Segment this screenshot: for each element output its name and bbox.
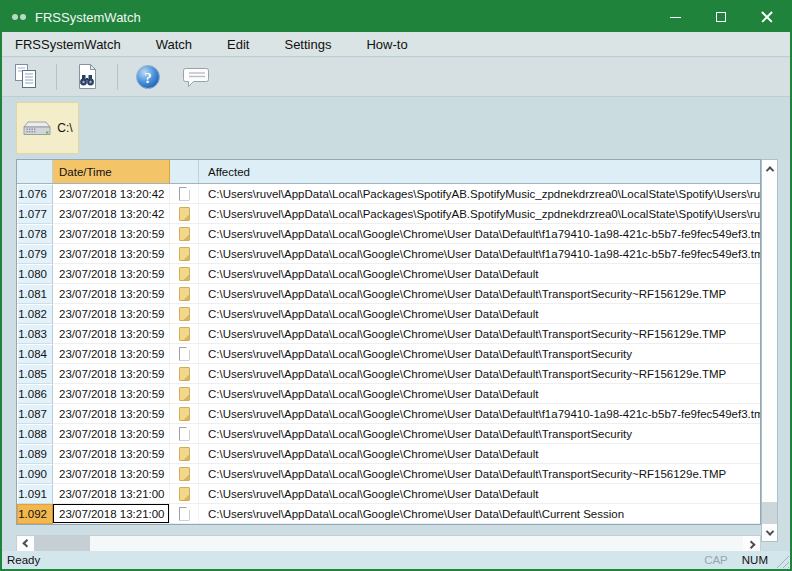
table-row[interactable]: 1.091 23/07/2018 13:21:00 C:\Users\ruvel… <box>17 484 760 504</box>
row-datetime[interactable]: 23/07/2018 13:20:59 <box>53 244 170 264</box>
menu-item-edit[interactable]: Edit <box>216 34 260 55</box>
menu-item-settings[interactable]: Settings <box>273 34 342 55</box>
table-row[interactable]: 1.077 23/07/2018 13:20:42 C:\Users\ruvel… <box>17 204 760 224</box>
row-index: 1.082 <box>17 304 53 324</box>
row-index: 1.079 <box>17 244 53 264</box>
file-icon <box>179 327 190 341</box>
menu-item-frssystemwatch[interactable]: FRSSystemWatch <box>4 34 132 55</box>
row-datetime[interactable]: 23/07/2018 13:20:59 <box>53 424 170 444</box>
table-row[interactable]: 1.087 23/07/2018 13:20:59 C:\Users\ruvel… <box>17 404 760 424</box>
scroll-right-button[interactable] <box>743 536 760 552</box>
table-row[interactable]: 1.088 23/07/2018 13:20:59 C:\Users\ruvel… <box>17 424 760 444</box>
row-affected: C:\Users\ruvel\AppData\Local\Google\Chro… <box>199 304 760 324</box>
row-affected: C:\Users\ruvel\AppData\Local\Google\Chro… <box>199 464 760 484</box>
file-icon <box>179 447 190 461</box>
row-datetime[interactable]: 23/07/2018 13:20:59 <box>53 384 170 404</box>
row-index: 1.088 <box>17 424 53 444</box>
file-icon <box>179 347 190 361</box>
row-datetime[interactable]: 23/07/2018 13:20:59 <box>53 464 170 484</box>
vertical-scrollbar[interactable] <box>761 159 778 542</box>
copy-icon <box>11 62 41 92</box>
row-datetime[interactable]: 23/07/2018 13:20:42 <box>53 184 170 204</box>
horizontal-scroll-thumb[interactable] <box>34 536 90 552</box>
row-index: 1.092 <box>17 504 53 524</box>
table-row[interactable]: 1.090 23/07/2018 13:20:59 C:\Users\ruvel… <box>17 464 760 484</box>
file-icon <box>179 467 190 481</box>
maximize-button[interactable] <box>698 2 744 32</box>
status-message: Ready <box>7 554 40 566</box>
table-row[interactable]: 1.080 23/07/2018 13:20:59 C:\Users\ruvel… <box>17 264 760 284</box>
table-row[interactable]: 1.085 23/07/2018 13:20:59 C:\Users\ruvel… <box>17 364 760 384</box>
scroll-up-button[interactable] <box>762 160 777 177</box>
table-row[interactable]: 1.089 23/07/2018 13:20:59 C:\Users\ruvel… <box>17 444 760 464</box>
row-index: 1.087 <box>17 404 53 424</box>
close-icon <box>761 11 773 23</box>
vertical-scroll-thumb[interactable] <box>762 502 777 524</box>
row-index: 1.089 <box>17 444 53 464</box>
table-row[interactable]: 1.084 23/07/2018 13:20:59 C:\Users\ruvel… <box>17 344 760 364</box>
row-index: 1.091 <box>17 484 53 504</box>
comment-button[interactable] <box>176 60 216 94</box>
scroll-left-button[interactable] <box>17 536 34 552</box>
menu-item-watch[interactable]: Watch <box>145 34 203 55</box>
window-title: FRSSystemWatch <box>35 10 141 25</box>
find-in-log-icon <box>72 62 102 92</box>
row-index: 1.076 <box>17 184 53 204</box>
chevron-up-icon <box>765 166 773 174</box>
column-header-icon[interactable] <box>170 160 199 183</box>
copy-button[interactable] <box>6 60 46 94</box>
table-row[interactable]: 1.076 23/07/2018 13:20:42 C:\Users\ruvel… <box>17 184 760 204</box>
row-affected: C:\Users\ruvel\AppData\Local\Google\Chro… <box>199 244 760 264</box>
row-datetime[interactable]: 23/07/2018 13:21:00 <box>53 504 170 524</box>
row-datetime[interactable]: 23/07/2018 13:20:42 <box>53 204 170 224</box>
column-header-index[interactable] <box>17 160 53 183</box>
find-button[interactable] <box>67 60 107 94</box>
row-datetime[interactable]: 23/07/2018 13:20:59 <box>53 324 170 344</box>
row-datetime[interactable]: 23/07/2018 13:20:59 <box>53 284 170 304</box>
window-controls <box>652 2 790 32</box>
row-affected: C:\Users\ruvel\AppData\Local\Packages\Sp… <box>199 204 760 224</box>
maximize-icon <box>716 12 726 22</box>
row-datetime[interactable]: 23/07/2018 13:20:59 <box>53 404 170 424</box>
menu-bar: FRSSystemWatch Watch Edit Settings How-t… <box>2 32 790 57</box>
row-datetime[interactable]: 23/07/2018 13:20:59 <box>53 444 170 464</box>
row-datetime[interactable]: 23/07/2018 13:21:00 <box>53 484 170 504</box>
table-body: 1.076 23/07/2018 13:20:42 C:\Users\ruvel… <box>17 184 760 524</box>
app-window: FRSSystemWatch FRSSystemWatch Watch Edit… <box>0 0 792 571</box>
svg-text:?: ? <box>144 70 152 86</box>
help-button[interactable]: ? <box>128 60 168 94</box>
row-affected: C:\Users\ruvel\AppData\Local\Google\Chro… <box>199 384 760 404</box>
row-index: 1.081 <box>17 284 53 304</box>
drive-label: C:\ <box>57 121 72 135</box>
row-affected: C:\Users\ruvel\AppData\Local\Google\Chro… <box>199 424 760 444</box>
row-affected: C:\Users\ruvel\AppData\Local\Google\Chro… <box>199 284 760 304</box>
caps-lock-indicator: CAP <box>704 554 728 566</box>
table-row[interactable]: 1.083 23/07/2018 13:20:59 C:\Users\ruvel… <box>17 324 760 344</box>
comment-icon <box>181 62 211 92</box>
table-row[interactable]: 1.078 23/07/2018 13:20:59 C:\Users\ruvel… <box>17 224 760 244</box>
row-datetime[interactable]: 23/07/2018 13:20:59 <box>53 304 170 324</box>
table-row[interactable]: 1.092 23/07/2018 13:21:00 C:\Users\ruvel… <box>17 504 760 524</box>
column-header-datetime[interactable]: Date/Time <box>53 160 170 183</box>
column-header-affected[interactable]: Affected <box>199 160 760 183</box>
row-datetime[interactable]: 23/07/2018 13:20:59 <box>53 224 170 244</box>
file-icon <box>179 207 190 221</box>
close-button[interactable] <box>744 2 790 32</box>
row-datetime[interactable]: 23/07/2018 13:20:59 <box>53 264 170 284</box>
table-row[interactable]: 1.081 23/07/2018 13:20:59 C:\Users\ruvel… <box>17 284 760 304</box>
table-row[interactable]: 1.082 23/07/2018 13:20:59 C:\Users\ruvel… <box>17 304 760 324</box>
row-datetime[interactable]: 23/07/2018 13:20:59 <box>53 344 170 364</box>
row-affected: C:\Users\ruvel\AppData\Local\Google\Chro… <box>199 364 760 384</box>
menu-item-howto[interactable]: How-to <box>355 34 418 55</box>
help-icon: ? <box>134 63 162 91</box>
row-index: 1.086 <box>17 384 53 404</box>
row-datetime[interactable]: 23/07/2018 13:20:59 <box>53 364 170 384</box>
scroll-down-button[interactable] <box>762 524 777 541</box>
row-affected: C:\Users\ruvel\AppData\Local\Google\Chro… <box>199 504 760 524</box>
table-row[interactable]: 1.086 23/07/2018 13:20:59 C:\Users\ruvel… <box>17 384 760 404</box>
status-bar: Ready CAP NUM <box>2 551 790 569</box>
table-row[interactable]: 1.079 23/07/2018 13:20:59 C:\Users\ruvel… <box>17 244 760 264</box>
drive-c-button[interactable]: C:\ <box>16 102 79 154</box>
minimize-button[interactable] <box>652 2 698 32</box>
minimize-icon <box>670 17 681 18</box>
